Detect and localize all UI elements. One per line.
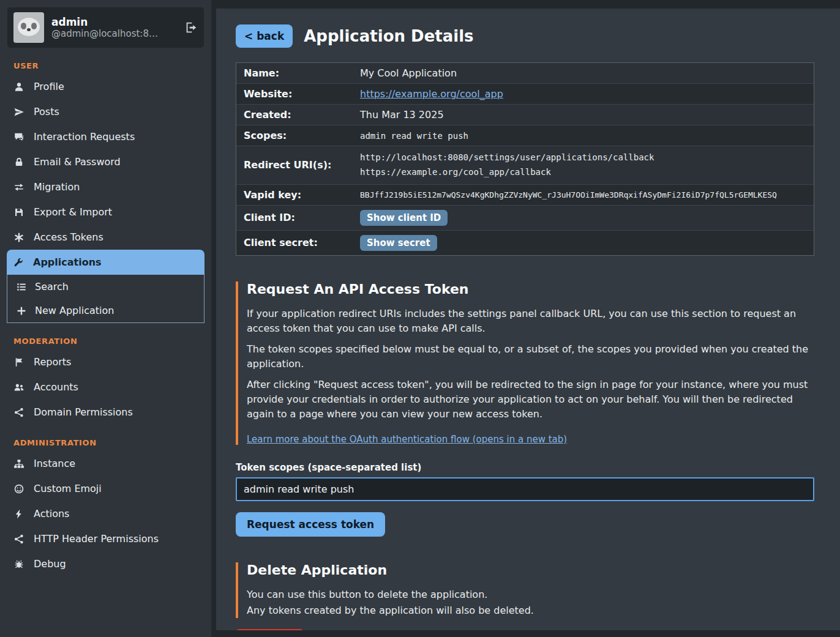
detail-row-scopes: Scopes: admin read write push [236, 125, 814, 146]
sidebar-item-accounts[interactable]: Accounts [0, 374, 211, 400]
delete-paragraph: You can use this button to delete the ap… [247, 587, 814, 602]
detail-label: Redirect URI(s): [244, 159, 360, 171]
show-secret-button[interactable]: Show secret [360, 235, 437, 251]
sign-out-icon[interactable] [184, 21, 198, 34]
sidebar-item-migration[interactable]: Migration [0, 174, 211, 199]
sidebar-item-instance[interactable]: Instance [0, 451, 211, 476]
delete-application-title: Delete Application [247, 562, 814, 578]
detail-label: Vapid key: [244, 189, 360, 201]
sidebar-item-label: Accounts [34, 381, 78, 393]
sidebar-item-label: Actions [34, 508, 69, 520]
sidebar-item-label: Domain Permissions [34, 406, 133, 418]
user-avatar [13, 12, 44, 43]
sidebar-section-administration: ADMINISTRATION [13, 438, 211, 447]
applications-submenu: Search New Application [7, 275, 204, 323]
detail-row-vapid-key: Vapid key: BBJffJ219b5iE512m7wQSzv4KgKDh… [236, 185, 814, 206]
detail-value: BBJffJ219b5iE512m7wQSzv4KgKDhgZZVzNyWC_r… [360, 190, 806, 199]
sidebar-item-export-import[interactable]: Export & Import [0, 199, 211, 225]
sidebar-item-label: Email & Password [34, 156, 121, 168]
paper-plane-icon [13, 106, 24, 117]
user-name: admin [51, 16, 160, 28]
request-token-title: Request An API Access Token [247, 281, 814, 297]
application-details-table: Name: My Cool Application Website: https… [236, 62, 814, 256]
user-card: admin @admin@localhost:80… [7, 7, 204, 48]
detail-label: Created: [244, 109, 360, 121]
redirect-uri: https://example.org/cool_app/callback [360, 165, 806, 180]
detail-label: Client secret: [244, 237, 360, 248]
request-token-paragraph: After clicking "Request access token", y… [247, 378, 814, 422]
sidebar-item-label: Interaction Requests [34, 131, 135, 143]
sidebar-item-http-header-permissions[interactable]: HTTP Header Permissions [0, 526, 211, 551]
detail-row-client-secret: Client secret: Show secret [236, 231, 814, 255]
sidebar-item-posts[interactable]: Posts [0, 99, 211, 124]
sidebar-section-moderation: MODERATION [13, 337, 211, 346]
users-icon [13, 382, 24, 393]
sidebar-item-label: Search [35, 281, 69, 292]
request-token-paragraph: The token scopes specified below must be… [247, 342, 814, 371]
redirect-uri: http://localhost:8080/settings/user/appl… [360, 151, 806, 165]
flag-icon [13, 357, 24, 368]
sidebar-item-label: Instance [34, 458, 75, 469]
detail-value: My Cool Application [360, 67, 806, 79]
sidebar-item-applications[interactable]: Applications [7, 250, 204, 275]
share-nodes-icon [13, 407, 24, 418]
sidebar: admin @admin@localhost:80… USER Profile … [0, 0, 211, 637]
exchange-arrows-icon [13, 182, 24, 193]
user-icon [13, 81, 24, 92]
detail-row-created: Created: Thu Mar 13 2025 [236, 105, 814, 125]
detail-label: Client ID: [244, 212, 360, 223]
sidebar-item-interaction-requests[interactable]: Interaction Requests [0, 124, 211, 149]
show-client-id-button[interactable]: Show client ID [360, 210, 448, 226]
sidebar-item-applications-search[interactable]: Search [7, 275, 204, 299]
delete-application-section: Delete Application You can use this butt… [236, 562, 814, 630]
sidebar-item-access-tokens[interactable]: Access Tokens [0, 225, 211, 250]
sidebar-section-user: USER [13, 61, 211, 70]
sitemap-icon [13, 458, 24, 469]
list-icon [16, 281, 27, 292]
asterisk-icon [13, 232, 24, 243]
sidebar-item-label: Access Tokens [34, 231, 103, 243]
sidebar-item-label: Reports [34, 356, 71, 368]
detail-value: admin read write push [360, 131, 806, 141]
detail-label: Name: [244, 67, 360, 79]
token-scopes-label: Token scopes (space-separated list) [236, 462, 814, 473]
detail-row-name: Name: My Cool Application [236, 63, 814, 84]
detail-row-client-id: Client ID: Show client ID [236, 206, 814, 231]
detail-value: Thu Mar 13 2025 [360, 109, 806, 121]
website-link[interactable]: https://example.org/cool_app [360, 88, 503, 100]
sidebar-item-label: Export & Import [34, 206, 112, 218]
sidebar-item-profile[interactable]: Profile [0, 74, 211, 99]
sidebar-item-label: Custom Emoji [34, 483, 102, 494]
sidebar-item-label: Migration [34, 181, 80, 193]
back-button[interactable]: < back [236, 24, 293, 48]
smiley-icon [13, 483, 24, 494]
main-panel: < back Application Details Name: My Cool… [216, 9, 840, 630]
lock-icon [13, 157, 24, 168]
sidebar-item-debug[interactable]: Debug [0, 551, 211, 576]
request-access-token-button[interactable]: Request access token [236, 512, 385, 537]
request-token-section: Request An API Access Token If your appl… [236, 281, 814, 537]
delete-button[interactable]: Delete [236, 629, 304, 630]
oauth-docs-link[interactable]: Learn more about the OAuth authenticatio… [247, 434, 567, 445]
sidebar-item-new-application[interactable]: New Application [7, 299, 204, 322]
detail-row-redirect-uris: Redirect URI(s): http://localhost:8080/s… [236, 146, 814, 185]
comments-icon [13, 132, 24, 143]
sidebar-item-custom-emoji[interactable]: Custom Emoji [0, 476, 211, 501]
detail-row-website: Website: https://example.org/cool_app [236, 84, 814, 105]
applications-group: Applications Search New Application [7, 250, 204, 323]
user-handle: @admin@localhost:80… [51, 28, 160, 39]
request-token-paragraph: If your application redirect URIs includ… [247, 307, 814, 336]
sidebar-item-label: Applications [33, 256, 102, 268]
delete-paragraph: Any tokens created by the application wi… [247, 603, 814, 618]
sidebar-item-actions[interactable]: Actions [0, 501, 211, 526]
share-nodes-icon [13, 534, 24, 545]
sidebar-item-label: New Application [35, 305, 114, 316]
token-scopes-input[interactable] [236, 477, 814, 501]
page-title: Application Details [304, 27, 473, 45]
sidebar-item-domain-permissions[interactable]: Domain Permissions [0, 400, 211, 425]
sidebar-item-email-password[interactable]: Email & Password [0, 149, 211, 174]
detail-label: Website: [244, 88, 360, 100]
detail-label: Scopes: [244, 130, 360, 141]
sidebar-item-reports[interactable]: Reports [0, 349, 211, 374]
plus-icon [16, 305, 27, 316]
